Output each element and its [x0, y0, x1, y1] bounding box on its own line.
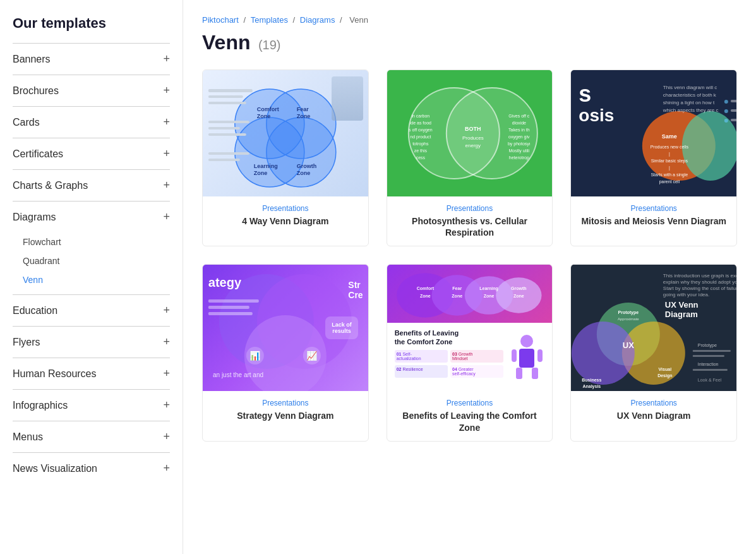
expand-icon: + [163, 335, 170, 349]
template-card-strategy[interactable]: 📊 📈 ategy StrCre an just the art and [202, 264, 369, 441]
svg-text:Zone: Zone [254, 170, 268, 176]
thumbnail-bg: Comfort Zone Fear Zone Learning Zone Gro… [387, 265, 553, 391]
expand-icon: + [163, 462, 170, 475]
sidebar-item-news-visualization[interactable]: News Visualization + [13, 453, 170, 484]
template-card-ux-venn[interactable]: This introduction use graph is excellent… [570, 264, 737, 441]
sidebar-item-diagrams[interactable]: Diagrams + [13, 202, 170, 232]
svg-text:cess: cess [416, 155, 425, 160]
svg-text:Fear: Fear [297, 106, 309, 112]
breadcrumb-sep-3: / [340, 15, 344, 25]
svg-point-21 [446, 88, 537, 179]
svg-text:UX: UX [623, 340, 634, 350]
sidebar-item-cards[interactable]: Cards + [13, 107, 170, 138]
sidebar-item-certificates[interactable]: Certificates + [13, 138, 170, 170]
sidebar: Our templates Banners + Brochures + Card… [0, 0, 183, 554]
main-content: Piktochart / Templates / Diagrams / Venn… [183, 0, 756, 554]
svg-text:Business: Business [582, 378, 602, 382]
svg-rect-86 [537, 349, 543, 362]
sidebar-item-charts-graphs[interactable]: Charts & Graphs + [13, 170, 170, 202]
sidebar-item-menus[interactable]: Menus + [13, 421, 170, 453]
svg-text:This introduction use graph is: This introduction use graph is excellent… [663, 273, 736, 279]
expand-icon: + [163, 179, 170, 192]
template-name: UX Venn Diagram [579, 410, 729, 421]
template-info-4-way-venn: Presentations 4 Way Venn Diagram [203, 196, 368, 234]
expand-icon: + [163, 304, 170, 317]
sidebar-item-human-resources[interactable]: Human Resources + [13, 358, 170, 390]
breadcrumb-piktochart[interactable]: Piktochart [202, 15, 239, 25]
svg-point-96 [572, 322, 635, 385]
svg-text:|: | [669, 166, 670, 171]
svg-text:Approximate: Approximate [618, 317, 639, 321]
svg-text:oxygen giv: oxygen giv [508, 135, 530, 140]
page-count: (19) [258, 38, 281, 52]
expand-icon: + [163, 367, 170, 380]
svg-rect-19 [208, 159, 240, 161]
svg-text:Diagram: Diagram [665, 310, 698, 319]
template-card-4-way-venn[interactable]: Comfort Zone Fear Zone Learning Zone Gro… [202, 69, 369, 246]
svg-text:s off oxygen: s off oxygen [409, 128, 433, 133]
svg-text:totrophs: totrophs [412, 142, 429, 147]
template-category: Presentations [210, 204, 361, 213]
sidebar-item-infographics[interactable]: Infographics + [13, 390, 170, 421]
breadcrumb-venn: Venn [349, 15, 368, 25]
svg-point-40 [682, 111, 736, 181]
svg-text:Zone: Zone [483, 294, 494, 298]
svg-text:Zone: Zone [513, 294, 524, 298]
page-title: Venn [202, 31, 250, 54]
svg-text:Design: Design [657, 373, 672, 378]
svg-rect-52 [731, 109, 736, 112]
expand-icon: + [163, 430, 170, 443]
template-category: Presentations [210, 399, 361, 407]
template-card-comfort-zone[interactable]: Comfort Zone Fear Zone Learning Zone Gro… [387, 264, 553, 441]
svg-text:going with your idea.: going with your idea. [663, 292, 709, 298]
expand-icon: + [163, 399, 170, 412]
svg-text:Mostly utili: Mostly utili [508, 148, 529, 154]
svg-rect-108 [693, 369, 728, 371]
template-info-photosynthesis: Presentations Photosynthesis vs. Cellula… [387, 196, 553, 246]
svg-rect-15 [208, 121, 249, 123]
svg-point-49 [724, 109, 728, 113]
template-category: Presentations [395, 204, 545, 213]
sidebar-sub-item-quadrant[interactable]: Quadrant [23, 251, 170, 270]
svg-text:Learning: Learning [479, 287, 498, 292]
svg-text:which aspects they are c: which aspects they are c [663, 107, 719, 113]
breadcrumb-sep-1: / [243, 15, 248, 25]
template-thumbnail-mitosis: s osis Same Produces new cells | Similar… [571, 70, 736, 196]
template-thumbnail-photosynthesis: BOTH Produces energy in carbon ide as fo… [387, 70, 553, 196]
template-card-mitosis[interactable]: s osis Same Produces new cells | Similar… [570, 69, 737, 246]
breadcrumb-diagrams[interactable]: Diagrams [300, 15, 335, 25]
sidebar-item-education[interactable]: Education + [13, 295, 170, 327]
svg-text:Prototype: Prototype [698, 343, 717, 348]
template-name: 4 Way Venn Diagram [210, 215, 361, 227]
svg-text:nd product: nd product [410, 135, 431, 140]
svg-text:heterotrop: heterotrop [509, 155, 529, 160]
svg-text:explain why they should adopt : explain why they should adopt your idea. [663, 279, 736, 285]
thumbnail-bg: s osis Same Produces new cells | Similar… [571, 70, 736, 196]
breadcrumb-templates[interactable]: Templates [251, 15, 288, 25]
svg-rect-51 [731, 100, 736, 102]
template-card-photosynthesis[interactable]: BOTH Produces energy in carbon ide as fo… [387, 69, 553, 246]
svg-rect-12 [208, 89, 253, 92]
svg-text:Comfort: Comfort [257, 106, 279, 112]
sidebar-sub-item-flowchart[interactable]: Flowchart [23, 232, 170, 251]
svg-rect-14 [208, 102, 246, 104]
svg-text:Analysis: Analysis [583, 384, 601, 389]
title-row: Venn (19) [202, 31, 737, 54]
svg-text:Visual: Visual [659, 367, 672, 371]
sidebar-sub-item-venn[interactable]: Venn [23, 270, 170, 289]
svg-text:ategy: ategy [208, 275, 242, 289]
svg-text:dioxide: dioxide [512, 121, 525, 125]
svg-text:characteristics of both k: characteristics of both k [663, 92, 717, 98]
svg-text:Starts with a single: Starts with a single [651, 172, 688, 178]
template-category: Presentations [579, 399, 729, 407]
sidebar-item-banners[interactable]: Banners + [13, 44, 170, 75]
svg-rect-105 [693, 350, 731, 352]
template-thumbnail-ux-venn: This introduction use graph is excellent… [571, 265, 736, 391]
svg-text:ze this: ze this [414, 148, 427, 153]
expand-icon: + [163, 147, 170, 160]
svg-rect-66 [208, 299, 259, 303]
template-category: Presentations [395, 399, 545, 407]
sidebar-item-brochures[interactable]: Brochures + [13, 75, 170, 107]
expand-icon: + [163, 52, 170, 66]
sidebar-item-flyers[interactable]: Flyers + [13, 327, 170, 358]
